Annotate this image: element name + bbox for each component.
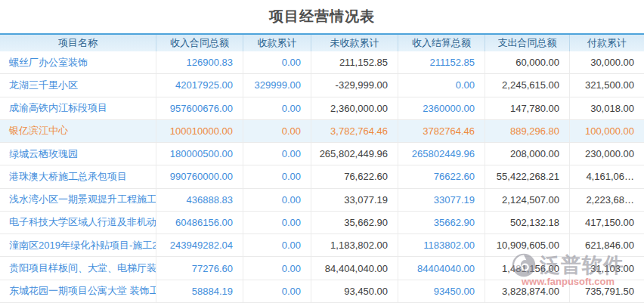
table-header-row: 项目名称收入合同总额收款累计未收款累计收入结算总额支出合同总额付款累计 [0,33,644,51]
value-cell: 417,150.00 [570,212,644,233]
table-body: 螺丝厂办公室装饰126900.830.00211,152.85211152.85… [0,51,644,303]
value-cell: 321,500.00 [570,74,644,96]
value-cell: 0.00 [243,234,311,256]
value-cell: 0.00 [243,51,311,73]
value-cell: 0.00 [243,212,311,233]
project-name-link[interactable]: 潼南区2019年绿化补贴项目-施工2 [9,239,156,252]
value-cell: 889,296.80 [485,120,570,142]
value-cell: 55,422,268.21 [485,165,570,187]
header-cell-0: 项目名称 [0,35,156,51]
project-name-cell: 东城花园一期项目公寓大堂 装饰工 [0,280,156,302]
value-cell: 77276.60 [156,257,243,279]
project-operation-report-page: 项目经营情况表 项目名称收入合同总额收款累计未收款累计收入结算总额支出合同总额付… [0,0,644,303]
value-cell: 1183802.00 [398,234,485,256]
value-cell: 84,404,040.00 [311,257,398,279]
project-name-link[interactable]: 浅水湾小区一期景观提升工程施工 [9,193,156,206]
project-name-link[interactable]: 港珠澳大桥施工总承包项目 [9,170,127,184]
value-cell: 4,161,06… [570,165,644,187]
project-name-cell: 电子科技大学区域人行道及非机动 [0,212,156,233]
header-cell-5: 支出合同总额 [485,35,570,51]
project-name-link[interactable]: 东城花园一期项目公寓大堂 装饰工 [9,284,156,298]
value-cell: 0.00 [243,143,311,165]
page-title: 项目经营情况表 [269,7,375,26]
table-row[interactable]: 银亿滨江中心100010000.000.003,782,764.46378276… [0,120,644,143]
value-cell: 31,103.00 [570,257,644,279]
header-cell-3: 未收款累计 [311,35,398,51]
header-cell-1: 收入合同总额 [156,35,243,51]
project-name-link[interactable]: 银亿滨江中心 [9,124,68,138]
value-cell: 957600676.00 [156,97,243,119]
value-cell: 76,622.60 [311,165,398,187]
project-name-cell: 螺丝厂办公室装饰 [0,51,156,73]
value-cell: 30,000.00 [570,51,644,73]
project-name-cell: 贵阳项目样板间、大堂、电梯厅装 [0,257,156,279]
value-cell: 208,000.00 [485,143,570,165]
value-cell: 0.00 [243,120,311,142]
project-name-cell: 银亿滨江中心 [0,120,156,142]
table-row[interactable]: 港珠澳大桥施工总承包项目990760000.000.0076,622.60766… [0,165,644,188]
value-cell: 436888.83 [156,189,243,211]
table-row[interactable]: 螺丝厂办公室装饰126900.830.00211,152.85211152.85… [0,51,644,74]
value-cell: 3,782,764.46 [311,120,398,142]
project-name-link[interactable]: 贵阳项目样板间、大堂、电梯厅装 [9,261,156,275]
value-cell: 76622.60 [398,165,485,187]
value-cell: 10,909,605.00 [485,234,570,256]
value-cell: 126900.83 [156,51,243,73]
table-row[interactable]: 电子科技大学区域人行道及非机动60486156.000.0035,662.903… [0,212,644,234]
value-cell: 33,077.19 [311,189,398,211]
table-row[interactable]: 潼南区2019年绿化补贴项目-施工2243949282.040.001,183,… [0,234,644,257]
header-cell-2: 收款累计 [243,35,311,51]
value-cell: 265,802,449.96 [311,143,398,165]
project-name-cell: 龙湖三千里小区 [0,74,156,96]
value-cell: 100010000.00 [156,120,243,142]
project-name-link[interactable]: 电子科技大学区域人行道及非机动 [9,215,156,229]
value-cell: 0.00 [243,97,311,119]
project-operation-table: 项目名称收入合同总额收款累计未收款累计收入结算总额支出合同总额付款累计 螺丝厂办… [0,33,644,303]
value-cell: 180000500.00 [156,143,243,165]
value-cell: 1,481,156.00 [485,257,570,279]
value-cell: 3782764.46 [398,120,485,142]
title-bar: 项目经营情况表 [0,0,644,33]
value-cell: 0.00 [243,280,311,302]
value-cell: 84404040.00 [398,257,485,279]
value-cell: -329,999.00 [311,74,398,96]
project-name-link[interactable]: 螺丝厂办公室装饰 [9,56,88,70]
table-row[interactable]: 东城花园一期项目公寓大堂 装饰工58884.190.0093,450.00934… [0,280,644,303]
table-row[interactable]: 成渝高铁内江标段项目957600676.000.002,360,000.0023… [0,97,644,120]
value-cell: 0.00 [243,257,311,279]
value-cell: 60,000.00 [485,51,570,73]
project-name-cell: 绿城云栖玫瑰园 [0,143,156,165]
value-cell: 2360000.00 [398,97,485,119]
value-cell: 58884.19 [156,280,243,302]
project-name-link[interactable]: 绿城云栖玫瑰园 [9,147,78,161]
value-cell: 230,000.00 [570,143,644,165]
value-cell: 42017925.00 [156,74,243,96]
value-cell: 1,183,802.00 [311,234,398,256]
table-row[interactable]: 浅水湾小区一期景观提升工程施工436888.830.0033,077.19330… [0,189,644,212]
value-cell: 265802449.96 [398,143,485,165]
value-cell: 100,000.00 [570,120,644,142]
value-cell: 93,450.00 [311,280,398,302]
value-cell: 621,846.00 [570,234,644,256]
value-cell: 329999.00 [243,74,311,96]
value-cell: 2,360,000.00 [311,97,398,119]
table-row[interactable]: 龙湖三千里小区42017925.00329999.00-329,999.000.… [0,74,644,97]
project-name-cell: 港珠澳大桥施工总承包项目 [0,165,156,187]
project-name-link[interactable]: 龙湖三千里小区 [9,79,78,92]
value-cell: 2,245,615.00 [485,74,570,96]
value-cell: 0.00 [398,74,485,96]
table-row[interactable]: 贵阳项目样板间、大堂、电梯厅装77276.600.0084,404,040.00… [0,257,644,280]
value-cell: 2,124,507.00 [485,189,570,211]
header-cell-6: 付款累计 [570,35,644,51]
value-cell: 990760000.00 [156,165,243,187]
value-cell: 3,828,874.00 [485,280,570,302]
table-row[interactable]: 绿城云栖玫瑰园180000500.000.00265,802,449.96265… [0,143,644,165]
project-name-link[interactable]: 成渝高铁内江标段项目 [9,101,107,115]
value-cell: 243949282.04 [156,234,243,256]
project-name-cell: 浅水湾小区一期景观提升工程施工 [0,189,156,211]
value-cell: 502,132.18 [485,212,570,233]
value-cell: 0.00 [243,165,311,187]
project-name-cell: 潼南区2019年绿化补贴项目-施工2 [0,234,156,256]
value-cell: 35,662.90 [311,212,398,233]
value-cell: 735,791.50 [570,280,644,302]
